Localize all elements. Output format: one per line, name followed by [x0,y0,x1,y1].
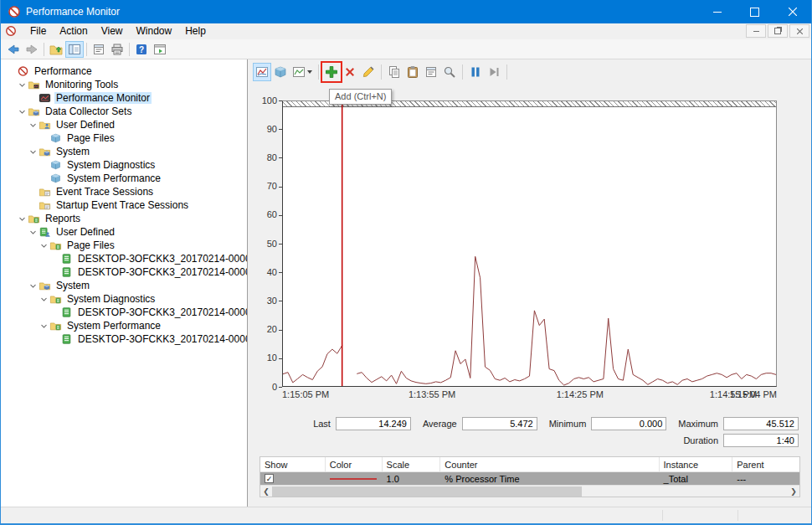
tree-item-desktop-3ofckk3-20170214-000001[interactable]: DESKTOP-3OFCKK3_20170214-000001 [1,252,247,265]
graph-properties-button[interactable] [422,63,440,81]
properties-button[interactable] [90,41,108,58]
scroll-left-arrow[interactable]: ❮ [260,486,272,497]
add-counter-button[interactable] [322,63,341,81]
menu-file[interactable]: File [23,24,53,38]
chevron-expanded-icon[interactable] [28,147,39,157]
y-axis-tick-label: 0 [272,382,277,392]
view-current-activity-button[interactable] [253,63,271,81]
zoom-button[interactable] [440,63,459,81]
tree-item-performance[interactable]: Performance [1,64,247,78]
tree-item-label: Event Trace Sessions [54,186,155,198]
column-header-counter[interactable]: Counter [440,457,659,471]
maximize-button[interactable] [736,0,773,23]
horizontal-scrollbar[interactable]: ❮ ❯ [260,485,799,497]
column-header-color[interactable]: Color [326,457,383,471]
perfmon-app-icon [8,5,21,18]
toolbar-separator [506,64,507,80]
menu-window[interactable]: Window [130,24,179,38]
tree-item-label: Performance Monitor [54,92,152,104]
tree-item-user-defined[interactable]: User Defined [1,225,247,239]
toolbar-separator [462,64,463,80]
tree-item-monitoring-tools[interactable]: Monitoring Tools [1,78,247,91]
menu-help[interactable]: Help [178,24,213,38]
close-button[interactable] [773,0,811,23]
folder-report-icon [49,293,62,305]
column-header-instance[interactable]: Instance [660,457,733,471]
show-hide-console-tree-button[interactable] [65,41,84,58]
tree-item-performance-monitor[interactable]: Performance Monitor [1,91,247,105]
tree-item-label: Page Files [65,132,116,144]
chevron-expanded-icon[interactable] [28,227,39,238]
report-icon [60,306,73,318]
scrollbar-thumb[interactable] [272,486,582,497]
copy-properties-button[interactable] [385,63,403,81]
tree-item-system-performance[interactable]: System Performance [1,319,247,332]
freeze-display-button[interactable] [466,63,485,81]
menu-bar: File Action View Window Help [1,23,811,39]
tree-item-system-diagnostics[interactable]: System Diagnostics [1,292,247,306]
status-bar-divider [662,510,663,521]
menu-view[interactable]: View [95,24,130,38]
tree-item-label: System [54,146,91,157]
menu-action[interactable]: Action [53,24,94,38]
column-header-scale[interactable]: Scale [383,457,441,471]
help-button[interactable]: ? [132,41,151,58]
minimize-button[interactable] [698,0,736,23]
delete-counter-button[interactable] [341,63,359,81]
chevron-expanded-icon[interactable] [17,106,28,117]
tree-item-system-diagnostics[interactable]: System Diagnostics [1,158,247,172]
paste-counter-list-button[interactable] [403,63,422,81]
show-checkbox[interactable]: ✓ [265,474,274,483]
folder-cube-icon [39,280,51,291]
chevron-expanded-icon[interactable] [39,240,49,251]
y-axis-tick-label: 90 [267,124,277,134]
chevron-expanded-icon[interactable] [17,214,28,224]
chevron-placeholder [39,160,49,171]
folder-calendar-icon [39,199,51,211]
tree-item-system[interactable]: System [1,145,247,158]
mdi-close-button[interactable] [789,24,809,38]
mdi-restore-button[interactable] [768,24,788,38]
tree-item-system-performance[interactable]: System Performance [1,172,247,185]
value-bar: Last 14.249 Average 5.472 Minimum 0.000 … [301,417,799,430]
chevron-expanded-icon[interactable] [39,321,49,332]
chevron-expanded-icon[interactable] [28,281,39,291]
chevron-expanded-icon[interactable] [39,294,49,305]
tree-item-page-files[interactable]: Page Files [1,131,247,145]
svg-text:?: ? [139,45,144,54]
print-button[interactable] [108,41,126,58]
tree-item-page-files[interactable]: Page Files [1,239,247,252]
back-button[interactable] [4,41,23,58]
tree-item-desktop-3ofckk3-20170214-000001[interactable]: DESKTOP-3OFCKK3_20170214-000001 [1,306,247,319]
up-one-level-button[interactable] [47,41,65,58]
chevron-expanded-icon[interactable] [17,80,28,90]
view-log-data-button[interactable] [271,63,290,81]
tree-item-event-trace-sessions[interactable]: Event Trace Sessions [1,185,247,198]
highlight-button[interactable] [359,63,378,81]
folder-report-icon [28,213,40,224]
show-action-pane-button[interactable] [151,41,169,58]
monitor-chart-icon [39,92,51,104]
scale-cell: 1.0 [383,472,441,485]
table-row[interactable]: ✓ 1.0 % Processor Time _Total --- [260,472,799,485]
duration-label: Duration [683,435,718,445]
tree-item-user-defined[interactable]: User Defined [1,118,247,131]
tree-item-desktop-3ofckk3-20170214-000002[interactable]: DESKTOP-3OFCKK3_20170214-000002 [1,332,247,346]
tree-item-data-collector-sets[interactable]: Data Collector Sets [1,105,247,118]
performance-monitor-pane: Add (Ctrl+N) 1009080706050403020100 1:15… [248,59,811,507]
change-graph-type-button[interactable] [290,63,315,81]
chevron-placeholder [49,334,60,345]
scroll-right-arrow[interactable]: ❯ [788,486,799,497]
mdi-minimize-button[interactable] [746,24,766,38]
tree-item-startup-event-trace-sessions[interactable]: Startup Event Trace Sessions [1,198,247,212]
tree-item-system[interactable]: System [1,279,247,292]
update-data-button[interactable] [485,63,503,81]
tree-item-desktop-3ofckk3-20170214-000003[interactable]: DESKTOP-3OFCKK3_20170214-000003 [1,265,247,279]
tree-item-reports[interactable]: Reports [1,212,247,225]
chevron-placeholder [49,267,60,278]
column-header-parent[interactable]: Parent [732,457,799,471]
average-label: Average [423,419,457,429]
chevron-expanded-icon[interactable] [28,120,39,131]
forward-button[interactable] [23,41,41,58]
column-header-show[interactable]: Show [260,457,326,471]
